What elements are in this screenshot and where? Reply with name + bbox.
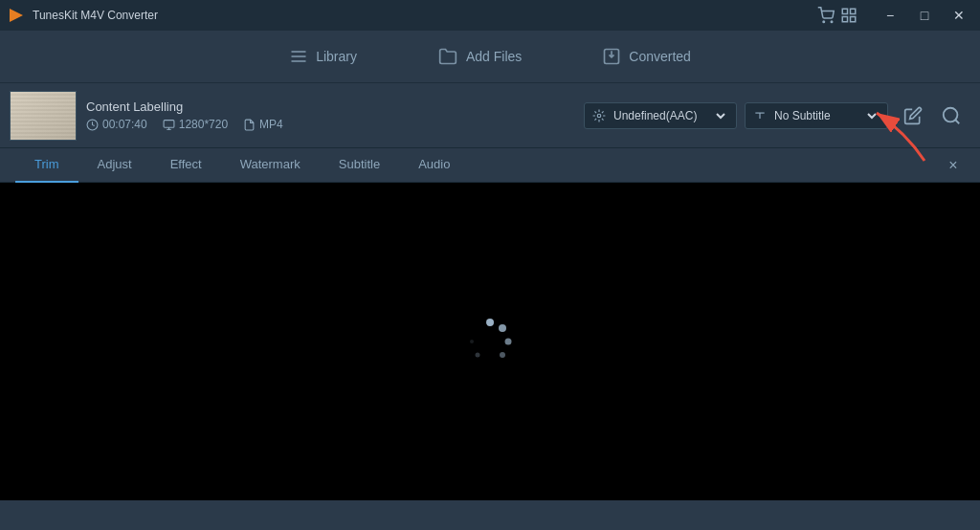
title-bar-icons bbox=[817, 7, 858, 24]
subtitle-select-wrapper[interactable]: No Subtitle bbox=[745, 102, 888, 129]
nav-library[interactable]: Library bbox=[278, 39, 368, 74]
cart-icon[interactable] bbox=[817, 7, 835, 24]
close-panel-button[interactable]: × bbox=[942, 154, 965, 177]
tab-subtitle[interactable]: Subtitle bbox=[320, 148, 399, 183]
nav-add-files[interactable]: Add Files bbox=[426, 39, 533, 74]
file-icon bbox=[243, 119, 256, 131]
svg-point-24 bbox=[505, 339, 512, 345]
loading-spinner bbox=[461, 313, 519, 370]
edit-panel-header: Trim Adjust Effect Watermark Subtitle Au… bbox=[0, 148, 980, 183]
close-button[interactable]: ✕ bbox=[946, 5, 972, 26]
monitor-icon bbox=[163, 119, 175, 131]
subtitle-t-icon bbox=[753, 109, 767, 122]
svg-point-26 bbox=[476, 353, 480, 358]
top-action-icons bbox=[898, 100, 970, 131]
audio-select-wrapper[interactable]: Undefined(AAC) bbox=[584, 102, 737, 129]
svg-point-19 bbox=[944, 107, 958, 121]
video-preview-area bbox=[0, 183, 980, 500]
svg-rect-13 bbox=[164, 120, 174, 127]
file-resolution: 1280*720 bbox=[163, 118, 228, 131]
subtitle-dropdown[interactable]: No Subtitle bbox=[770, 108, 880, 123]
tab-trim[interactable]: Trim bbox=[15, 148, 78, 183]
svg-rect-5 bbox=[842, 17, 847, 22]
svg-point-23 bbox=[499, 324, 506, 332]
nav-bar: Library Add Files Converted bbox=[0, 31, 980, 83]
audio-icon bbox=[592, 109, 606, 122]
library-icon bbox=[289, 47, 308, 66]
search-button[interactable] bbox=[936, 100, 967, 131]
svg-point-27 bbox=[470, 340, 474, 343]
maximize-button[interactable]: □ bbox=[911, 5, 938, 26]
app-title: TunesKit M4V Converter bbox=[33, 9, 158, 22]
tab-effect[interactable]: Effect bbox=[151, 148, 221, 183]
folder-icon bbox=[437, 47, 458, 66]
nav-library-label: Library bbox=[316, 49, 357, 64]
svg-point-22 bbox=[486, 319, 494, 326]
svg-point-25 bbox=[500, 352, 505, 358]
video-thumbnail bbox=[10, 91, 77, 141]
app-logo-icon bbox=[8, 7, 25, 24]
file-info: Content Labelling 00:07:40 1280*720 MP4 bbox=[86, 99, 574, 131]
title-bar-left: TunesKit M4V Converter bbox=[8, 7, 158, 24]
file-format: MP4 bbox=[243, 118, 283, 131]
nav-add-files-label: Add Files bbox=[466, 49, 522, 64]
svg-rect-3 bbox=[842, 9, 847, 13]
edit-panel: Trim Adjust Effect Watermark Subtitle Au… bbox=[0, 148, 980, 500]
file-settings: Undefined(AAC) No Subtitle bbox=[584, 102, 888, 129]
svg-rect-6 bbox=[851, 17, 856, 22]
svg-point-1 bbox=[823, 21, 825, 23]
file-name: Content Labelling bbox=[86, 99, 574, 114]
audio-dropdown[interactable]: Undefined(AAC) bbox=[610, 108, 728, 123]
content-row: Content Labelling 00:07:40 1280*720 MP4 bbox=[0, 83, 980, 148]
edit-icon bbox=[903, 106, 923, 125]
tab-watermark[interactable]: Watermark bbox=[221, 148, 320, 183]
svg-point-16 bbox=[597, 114, 601, 118]
thumbnail-image bbox=[11, 92, 76, 140]
nav-converted-label: Converted bbox=[629, 49, 691, 64]
svg-marker-0 bbox=[10, 9, 23, 22]
file-meta: 00:07:40 1280*720 MP4 bbox=[86, 118, 574, 131]
tabs: Trim Adjust Effect Watermark Subtitle Au… bbox=[15, 148, 469, 183]
minimize-button[interactable]: − bbox=[877, 5, 903, 26]
search-icon bbox=[941, 105, 962, 126]
converted-icon bbox=[602, 47, 621, 66]
file-duration: 00:07:40 bbox=[86, 118, 147, 131]
svg-point-2 bbox=[831, 21, 833, 23]
tab-audio[interactable]: Audio bbox=[399, 148, 469, 183]
edit-button[interactable] bbox=[898, 100, 928, 131]
svg-rect-4 bbox=[851, 9, 856, 13]
svg-line-20 bbox=[955, 120, 959, 123]
nav-converted[interactable]: Converted bbox=[590, 39, 702, 74]
grid-icon[interactable] bbox=[840, 7, 858, 24]
clock-icon bbox=[86, 119, 99, 131]
tab-adjust[interactable]: Adjust bbox=[78, 148, 151, 183]
title-bar: TunesKit M4V Converter − □ ✕ bbox=[0, 0, 980, 31]
